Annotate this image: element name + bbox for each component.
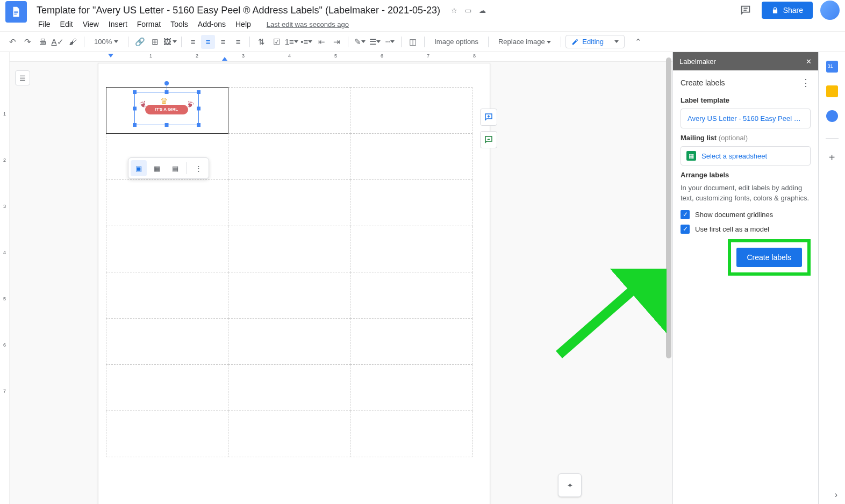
bulleted-list-icon[interactable]: •≡ bbox=[299, 35, 313, 49]
label-cell-1[interactable]: ❦ ♛ ❦ IT'S A GIRL bbox=[106, 88, 228, 134]
align-justify-icon[interactable]: ≡ bbox=[231, 35, 245, 49]
panel-more-icon[interactable]: ⋮ bbox=[801, 77, 811, 89]
label-cell[interactable] bbox=[228, 272, 350, 319]
menu-insert[interactable]: Insert bbox=[105, 18, 131, 30]
wrap-text-icon[interactable]: ▦ bbox=[149, 160, 165, 176]
label-cell[interactable] bbox=[350, 180, 472, 226]
image-selection[interactable]: ❦ ♛ ❦ IT'S A GIRL bbox=[134, 92, 199, 125]
hide-side-panel-icon[interactable]: › bbox=[835, 490, 837, 500]
border-weight-icon[interactable]: ☰ bbox=[368, 35, 382, 49]
last-edit-link[interactable]: Last edit was seconds ago bbox=[267, 20, 349, 28]
label-cell[interactable] bbox=[350, 365, 472, 411]
numbered-list-icon[interactable]: 1≡ bbox=[284, 35, 298, 49]
label-cell[interactable] bbox=[350, 411, 472, 457]
template-select-button[interactable]: Avery US Letter - 5160 Easy Peel ®... bbox=[681, 109, 811, 128]
suggest-edits-icon[interactable] bbox=[480, 131, 497, 148]
comment-add-icon[interactable]: ⊞ bbox=[148, 35, 162, 49]
label-cell[interactable] bbox=[106, 180, 228, 226]
label-cell[interactable] bbox=[106, 226, 228, 272]
label-cell[interactable] bbox=[106, 272, 228, 319]
crop-icon[interactable]: ◫ bbox=[406, 35, 420, 49]
star-icon[interactable]: ☆ bbox=[451, 6, 457, 15]
break-text-icon[interactable]: ▤ bbox=[167, 160, 183, 176]
create-labels-button[interactable]: Create labels bbox=[736, 248, 803, 267]
label-cell[interactable] bbox=[350, 134, 472, 180]
menu-tools[interactable]: Tools bbox=[167, 18, 192, 30]
editing-mode-button[interactable]: Editing bbox=[565, 35, 625, 48]
document-title[interactable]: Template for "Avery US Letter - 5160 Eas… bbox=[33, 4, 443, 17]
gridlines-checkbox[interactable]: ✓Show document gridlines bbox=[681, 210, 811, 219]
border-dash-icon[interactable]: ┄ bbox=[383, 35, 397, 49]
label-cell[interactable] bbox=[228, 411, 350, 457]
indent-increase-icon[interactable]: ⇥ bbox=[330, 35, 343, 49]
label-cell[interactable] bbox=[228, 88, 350, 134]
resize-handle[interactable] bbox=[164, 90, 168, 94]
print-icon[interactable]: 🖶 bbox=[35, 35, 49, 49]
undo-icon[interactable]: ↶ bbox=[5, 35, 19, 49]
label-cell[interactable] bbox=[350, 319, 472, 365]
indent-decrease-icon[interactable]: ⇤ bbox=[314, 35, 328, 49]
redo-icon[interactable]: ↷ bbox=[20, 35, 34, 49]
add-comment-icon[interactable] bbox=[480, 109, 497, 126]
add-addon-icon[interactable]: + bbox=[829, 152, 835, 164]
resize-handle[interactable] bbox=[133, 123, 137, 127]
vertical-ruler[interactable]: 1 2 3 4 5 6 7 bbox=[0, 52, 10, 504]
close-icon[interactable]: ✕ bbox=[806, 57, 812, 66]
align-right-icon[interactable]: ≡ bbox=[216, 35, 230, 49]
label-cell[interactable] bbox=[228, 365, 350, 411]
menu-view[interactable]: View bbox=[79, 18, 103, 30]
docs-logo-icon[interactable] bbox=[5, 1, 27, 23]
cloud-status-icon[interactable]: ☁ bbox=[479, 6, 486, 15]
label-cell[interactable] bbox=[106, 411, 228, 457]
comments-icon[interactable] bbox=[737, 2, 754, 19]
resize-handle[interactable] bbox=[197, 106, 200, 110]
label-cell[interactable] bbox=[228, 134, 350, 180]
share-button[interactable]: Share bbox=[762, 2, 813, 19]
explore-button[interactable]: ✦ bbox=[558, 473, 582, 497]
resize-handle[interactable] bbox=[133, 90, 137, 94]
collapse-toolbar-icon[interactable]: ⌃ bbox=[631, 35, 645, 49]
keep-icon[interactable] bbox=[826, 85, 838, 97]
menu-addons[interactable]: Add-ons bbox=[194, 18, 230, 30]
zoom-selector[interactable]: 100% bbox=[89, 38, 124, 46]
line-spacing-icon[interactable]: ⇅ bbox=[254, 35, 268, 49]
resize-handle[interactable] bbox=[164, 123, 168, 127]
calendar-icon[interactable] bbox=[826, 61, 838, 73]
label-cell[interactable] bbox=[350, 88, 472, 134]
border-color-icon[interactable]: ✎ bbox=[353, 35, 367, 49]
align-center-icon[interactable]: ≡ bbox=[201, 35, 215, 49]
label-cell[interactable] bbox=[228, 226, 350, 272]
label-cell[interactable] bbox=[106, 319, 228, 365]
replace-image-button[interactable]: Replace image bbox=[493, 38, 556, 46]
select-spreadsheet-button[interactable]: ▦ Select a spreadsheet bbox=[681, 146, 811, 165]
align-left-icon[interactable]: ≡ bbox=[186, 35, 200, 49]
firstcell-checkbox[interactable]: ✓Use first cell as a model bbox=[681, 225, 811, 234]
vertical-scrollbar[interactable] bbox=[666, 57, 671, 412]
menu-edit[interactable]: Edit bbox=[56, 18, 77, 30]
tasks-icon[interactable] bbox=[826, 110, 838, 122]
menu-file[interactable]: File bbox=[34, 18, 54, 30]
menu-help[interactable]: Help bbox=[232, 18, 255, 30]
move-icon[interactable]: ▭ bbox=[465, 6, 471, 15]
resize-handle[interactable] bbox=[197, 123, 200, 127]
checklist-icon[interactable]: ☑ bbox=[269, 35, 283, 49]
label-cell[interactable] bbox=[350, 272, 472, 319]
link-icon[interactable]: 🔗 bbox=[133, 35, 147, 49]
label-cell[interactable] bbox=[228, 180, 350, 226]
horizontal-ruler[interactable]: 1 2 3 4 5 6 7 8 bbox=[10, 52, 672, 62]
image-options-button[interactable]: Image options bbox=[429, 38, 484, 46]
label-cell[interactable] bbox=[228, 319, 350, 365]
right-indent-marker[interactable] bbox=[222, 57, 227, 61]
resize-handle[interactable] bbox=[133, 106, 137, 110]
more-options-icon[interactable]: ⋮ bbox=[190, 160, 206, 176]
user-avatar[interactable] bbox=[820, 1, 840, 20]
paint-format-icon[interactable]: 🖌 bbox=[66, 35, 80, 49]
resize-handle[interactable] bbox=[197, 90, 200, 94]
menu-format[interactable]: Format bbox=[133, 18, 164, 30]
image-insert-icon[interactable]: 🖼 bbox=[163, 35, 177, 49]
inline-wrap-icon[interactable]: ▣ bbox=[131, 160, 147, 176]
label-cell[interactable] bbox=[106, 365, 228, 411]
document-page[interactable]: ❦ ♛ ❦ IT'S A GIRL bbox=[98, 63, 490, 504]
label-cell[interactable] bbox=[350, 226, 472, 272]
left-indent-marker[interactable] bbox=[108, 54, 113, 57]
